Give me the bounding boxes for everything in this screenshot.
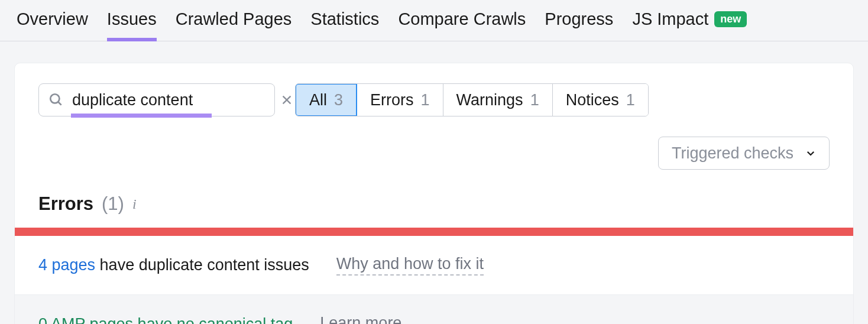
search-icon [48,92,64,108]
panel-toolbar: All 3 Errors 1 Warnings 1 Notices 1 Trig… [15,63,853,186]
filter-label: All [309,91,327,109]
issue-text: 0 AMP pages have no canonical tag [38,315,293,324]
tab-js-impact[interactable]: JS Impact new [632,9,747,41]
search-highlight [71,114,212,118]
issue-rest: have duplicate content issues [95,256,309,274]
svg-point-0 [50,94,59,103]
tab-issues[interactable]: Issues [107,9,157,41]
section-count: (1) [102,193,124,215]
info-icon[interactable]: i [132,196,137,212]
filter-count: 1 [626,91,635,109]
learn-more-link[interactable]: Learn more [320,314,401,324]
tab-overview[interactable]: Overview [17,9,88,41]
tab-crawled-pages[interactable]: Crawled Pages [176,9,292,41]
tab-compare-crawls[interactable]: Compare Crawls [398,9,526,41]
issue-pages-link[interactable]: 4 pages [38,256,95,274]
triggered-checks-dropdown[interactable]: Triggered checks [658,137,830,170]
chevron-down-icon [805,148,816,158]
filter-label: Errors [370,91,414,109]
dropdown-label: Triggered checks [672,144,793,163]
filter-all[interactable]: All 3 [295,83,357,116]
search-box [38,83,275,116]
new-badge: new [714,11,747,27]
search-input[interactable] [72,91,272,109]
svg-line-1 [58,102,61,105]
issues-panel: All 3 Errors 1 Warnings 1 Notices 1 Trig… [14,63,854,324]
filter-label: Warnings [456,91,523,109]
filter-group: All 3 Errors 1 Warnings 1 Notices 1 [295,83,649,116]
filter-count: 1 [530,91,539,109]
filter-notices[interactable]: Notices 1 [553,84,648,116]
tab-progress[interactable]: Progress [545,9,613,41]
errors-section-header: Errors (1) i [15,186,853,228]
issue-row: 4 pages have duplicate content issues Wh… [15,236,853,295]
errors-bar [15,228,853,236]
tab-statistics[interactable]: Statistics [310,9,379,41]
filter-count: 1 [421,91,430,109]
issue-text: 4 pages have duplicate content issues [38,256,309,274]
main-tabs: Overview Issues Crawled Pages Statistics… [0,0,868,41]
filter-count: 3 [334,91,343,109]
tab-label: JS Impact [632,9,708,29]
filter-label: Notices [566,91,619,109]
section-title: Errors [38,193,93,215]
issue-row: 0 AMP pages have no canonical tag Learn … [15,295,853,324]
clear-icon[interactable] [280,93,293,106]
filter-warnings[interactable]: Warnings 1 [443,84,553,116]
filter-errors[interactable]: Errors 1 [357,84,443,116]
fix-link[interactable]: Why and how to fix it [336,255,484,276]
